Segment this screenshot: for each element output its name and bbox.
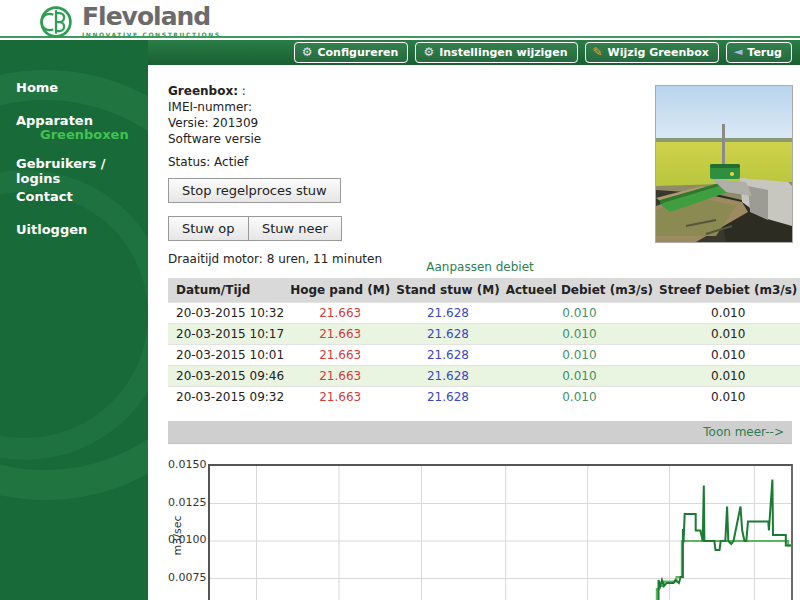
brand-name: Flevoland: [82, 4, 221, 30]
edit-greenbox-button[interactable]: ✎ Wijzig Greenbox: [585, 42, 719, 63]
greenbox-info: Greenbox: : IMEI-nummer: Versie: 201309 …: [168, 83, 261, 147]
sidebar-item-apparaten[interactable]: Apparaten: [16, 113, 93, 128]
configure-button-label: Configureren: [317, 46, 398, 59]
aanpassen-debiet-link[interactable]: Aanpassen debiet: [168, 260, 792, 274]
change-settings-button[interactable]: ⚙ Instellingen wijzigen: [415, 42, 577, 63]
sidebar-item-gebruikers[interactable]: Gebruikers / logins: [16, 156, 148, 186]
sidebar-item-greenboxen[interactable]: Greenboxen: [40, 127, 129, 142]
toon-meer-link[interactable]: Toon meer-->: [703, 425, 792, 439]
measurements-table: Datum/Tijd Hoge pand (M) Stand stuw (M) …: [168, 278, 800, 407]
table-row: 20-03-2015 09:4621.66321.6280.0100.0102.…: [168, 366, 800, 387]
back-button[interactable]: ◄ Terug: [726, 42, 792, 63]
log-table-body: 20-03-2015 10:3221.66321.6280.0100.0102.…: [168, 303, 800, 408]
site-photo: [655, 85, 793, 243]
table-row: 20-03-2015 10:0121.66321.6280.0100.0102.…: [168, 345, 800, 366]
edit-greenbox-button-label: Wijzig Greenbox: [608, 46, 709, 59]
chart-series-line: [659, 480, 792, 600]
table-row: 20-03-2015 09:3221.66321.6280.0100.0102.…: [168, 387, 800, 408]
greenbox-value: :: [242, 84, 246, 98]
debiet-chart: m3/sec 0.00750.01000.01250.0150: [168, 443, 792, 600]
sidebar-watermark: [0, 170, 148, 460]
software-line: Software versie: [168, 131, 261, 147]
weir-photo-illustration: [656, 86, 792, 242]
status-text: Status: Actief: [168, 155, 248, 169]
table-footer: Toon meer-->: [168, 421, 792, 443]
stuw-neer-button[interactable]: Stuw neer: [248, 216, 342, 241]
chart-canvas: [210, 466, 791, 600]
chart-plot-area: [208, 464, 793, 600]
chart-y-tick-label: 0.0075: [168, 571, 204, 584]
sidebar-item-uitloggen[interactable]: Uitloggen: [16, 222, 87, 237]
col-header-streef-debiet: Streef Debiet (m3/s): [656, 278, 800, 303]
gear-icon: ⚙: [302, 46, 313, 58]
chart-series-line: [657, 541, 791, 600]
sidebar-item-home[interactable]: Home: [16, 80, 58, 95]
imei-line: IMEI-nummer:: [168, 99, 261, 115]
back-button-label: Terug: [747, 46, 782, 59]
table-row: 20-03-2015 10:3221.66321.6280.0100.0102.…: [168, 303, 800, 324]
sidebar: Home Apparaten Greenboxen Gebruikers / l…: [0, 40, 148, 600]
table-row: 20-03-2015 10:1721.66321.6280.0100.0102.…: [168, 324, 800, 345]
change-settings-button-label: Instellingen wijzigen: [439, 46, 567, 59]
app-header: Flevoland INNOVATIVE CONSTRUCTIONS: [0, 0, 800, 38]
stuw-op-button[interactable]: Stuw op: [168, 216, 249, 241]
stop-regelproces-button[interactable]: Stop regelproces stuw: [168, 178, 341, 203]
toolbar: ⚙ Configureren ⚙ Instellingen wijzigen ✎…: [148, 40, 800, 65]
brand-subtitle: INNOVATIVE CONSTRUCTIONS: [82, 31, 221, 38]
configure-button[interactable]: ⚙ Configureren: [294, 42, 409, 63]
chart-y-tick-label: 0.0150: [168, 458, 204, 471]
table-header-row: Datum/Tijd Hoge pand (M) Stand stuw (M) …: [168, 278, 800, 303]
chart-y-tick-label: 0.0100: [168, 533, 204, 546]
col-header-stand-stuw: Stand stuw (M): [393, 278, 502, 303]
gear-icon: ⚙: [423, 46, 434, 58]
brand: Flevoland INNOVATIVE CONSTRUCTIONS: [38, 4, 221, 40]
greenbox-label: Greenbox:: [168, 84, 238, 98]
col-header-hoge-pand: Hoge pand (M): [287, 278, 393, 303]
versie-line: Versie: 201309: [168, 115, 261, 131]
sidebar-item-contact[interactable]: Contact: [16, 189, 73, 204]
col-header-actueel-debiet: Actueel Debiet (m3/s): [503, 278, 656, 303]
flevoland-logo-icon: [38, 4, 74, 40]
col-header-datum: Datum/Tijd: [168, 278, 287, 303]
arrow-left-icon: ◄: [734, 46, 742, 58]
chart-y-tick-label: 0.0125: [168, 496, 204, 509]
pencil-icon: ✎: [593, 46, 603, 58]
